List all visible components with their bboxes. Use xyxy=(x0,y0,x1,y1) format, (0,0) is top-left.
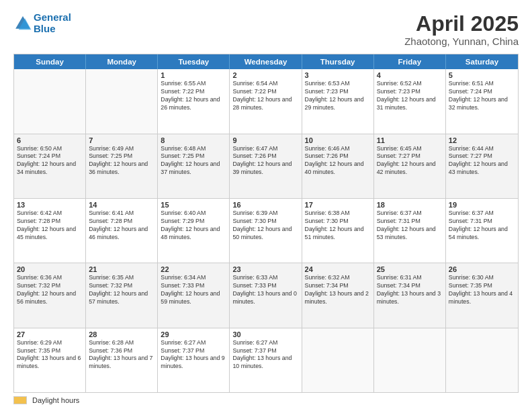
daylight-swatch xyxy=(13,396,27,404)
cell-info: Sunrise: 6:50 AM Sunset: 7:24 PM Dayligh… xyxy=(17,145,83,177)
day-number: 24 xyxy=(305,265,371,273)
calendar-cell: 23Sunrise: 6:33 AM Sunset: 7:33 PM Dayli… xyxy=(230,263,302,327)
calendar-cell: 7Sunrise: 6:49 AM Sunset: 7:25 PM Daylig… xyxy=(86,134,158,198)
calendar-cell: 2Sunrise: 6:54 AM Sunset: 7:22 PM Daylig… xyxy=(230,69,302,133)
cell-info: Sunrise: 6:39 AM Sunset: 7:30 PM Dayligh… xyxy=(232,210,298,242)
cell-info: Sunrise: 6:55 AM Sunset: 7:22 PM Dayligh… xyxy=(161,80,226,112)
calendar-cell: 29Sunrise: 6:27 AM Sunset: 7:37 PM Dayli… xyxy=(158,328,230,392)
cell-info: Sunrise: 6:27 AM Sunset: 7:37 PM Dayligh… xyxy=(161,339,226,371)
day-number: 9 xyxy=(232,136,298,144)
cell-info: Sunrise: 6:53 AM Sunset: 7:23 PM Dayligh… xyxy=(305,80,371,112)
weekday-header: Friday xyxy=(374,54,446,69)
day-number: 10 xyxy=(305,136,371,144)
title-block: April 2025 Zhaotong, Yunnan, China xyxy=(404,12,519,47)
calendar-cell: 22Sunrise: 6:34 AM Sunset: 7:33 PM Dayli… xyxy=(158,263,230,327)
cell-info: Sunrise: 6:41 AM Sunset: 7:28 PM Dayligh… xyxy=(89,210,154,242)
calendar-cell: 3Sunrise: 6:53 AM Sunset: 7:23 PM Daylig… xyxy=(302,69,374,133)
calendar-row: 20Sunrise: 6:36 AM Sunset: 7:32 PM Dayli… xyxy=(14,263,518,328)
calendar-cell: 25Sunrise: 6:31 AM Sunset: 7:34 PM Dayli… xyxy=(374,263,446,327)
calendar-cell: 28Sunrise: 6:28 AM Sunset: 7:36 PM Dayli… xyxy=(86,328,158,392)
calendar-cell xyxy=(86,69,158,133)
calendar-cell: 1Sunrise: 6:55 AM Sunset: 7:22 PM Daylig… xyxy=(158,69,230,133)
calendar-row: 27Sunrise: 6:29 AM Sunset: 7:35 PM Dayli… xyxy=(14,328,518,392)
calendar-header: SundayMondayTuesdayWednesdayThursdayFrid… xyxy=(14,54,518,69)
day-number: 13 xyxy=(17,201,83,209)
day-number: 15 xyxy=(161,201,226,209)
calendar-cell: 24Sunrise: 6:32 AM Sunset: 7:34 PM Dayli… xyxy=(302,263,374,327)
logo-icon xyxy=(13,14,32,33)
day-number: 11 xyxy=(377,136,443,144)
cell-info: Sunrise: 6:38 AM Sunset: 7:30 PM Dayligh… xyxy=(305,210,371,242)
cell-info: Sunrise: 6:40 AM Sunset: 7:29 PM Dayligh… xyxy=(161,210,226,242)
calendar-cell: 14Sunrise: 6:41 AM Sunset: 7:28 PM Dayli… xyxy=(86,199,158,263)
cell-info: Sunrise: 6:49 AM Sunset: 7:25 PM Dayligh… xyxy=(89,145,154,177)
calendar-cell: 11Sunrise: 6:45 AM Sunset: 7:27 PM Dayli… xyxy=(374,134,446,198)
day-number: 22 xyxy=(161,265,226,273)
calendar-cell: 17Sunrise: 6:38 AM Sunset: 7:30 PM Dayli… xyxy=(302,199,374,263)
day-number: 30 xyxy=(232,330,298,338)
day-number: 19 xyxy=(449,201,515,209)
cell-info: Sunrise: 6:34 AM Sunset: 7:33 PM Dayligh… xyxy=(161,274,226,306)
day-number: 17 xyxy=(305,201,371,209)
calendar-cell: 16Sunrise: 6:39 AM Sunset: 7:30 PM Dayli… xyxy=(230,199,302,263)
day-number: 7 xyxy=(89,136,154,144)
calendar-cell: 21Sunrise: 6:35 AM Sunset: 7:32 PM Dayli… xyxy=(86,263,158,327)
calendar-cell: 20Sunrise: 6:36 AM Sunset: 7:32 PM Dayli… xyxy=(14,263,86,327)
day-number: 27 xyxy=(17,330,83,338)
day-number: 20 xyxy=(17,265,83,273)
day-number: 29 xyxy=(161,330,226,338)
weekday-header: Monday xyxy=(86,54,158,69)
cell-info: Sunrise: 6:37 AM Sunset: 7:31 PM Dayligh… xyxy=(449,210,515,242)
logo-text: General Blue xyxy=(34,12,71,34)
calendar-cell: 18Sunrise: 6:37 AM Sunset: 7:31 PM Dayli… xyxy=(374,199,446,263)
page-header: General Blue April 2025 Zhaotong, Yunnan… xyxy=(13,12,519,47)
day-number: 4 xyxy=(377,71,443,79)
cell-info: Sunrise: 6:30 AM Sunset: 7:35 PM Dayligh… xyxy=(449,274,515,306)
calendar: SundayMondayTuesdayWednesdayThursdayFrid… xyxy=(13,54,519,393)
day-number: 25 xyxy=(377,265,443,273)
cell-info: Sunrise: 6:33 AM Sunset: 7:33 PM Dayligh… xyxy=(232,274,298,306)
cell-info: Sunrise: 6:48 AM Sunset: 7:25 PM Dayligh… xyxy=(161,145,226,177)
calendar-cell: 13Sunrise: 6:42 AM Sunset: 7:28 PM Dayli… xyxy=(14,199,86,263)
footer: Daylight hours xyxy=(13,393,519,404)
cell-info: Sunrise: 6:45 AM Sunset: 7:27 PM Dayligh… xyxy=(377,145,443,177)
day-number: 26 xyxy=(449,265,515,273)
cell-info: Sunrise: 6:54 AM Sunset: 7:22 PM Dayligh… xyxy=(232,80,298,112)
day-number: 2 xyxy=(232,71,298,79)
calendar-cell: 27Sunrise: 6:29 AM Sunset: 7:35 PM Dayli… xyxy=(14,328,86,392)
calendar-cell: 8Sunrise: 6:48 AM Sunset: 7:25 PM Daylig… xyxy=(158,134,230,198)
calendar-cell: 9Sunrise: 6:47 AM Sunset: 7:26 PM Daylig… xyxy=(230,134,302,198)
cell-info: Sunrise: 6:44 AM Sunset: 7:27 PM Dayligh… xyxy=(449,145,515,177)
day-number: 6 xyxy=(17,136,83,144)
day-number: 16 xyxy=(232,201,298,209)
page-subtitle: Zhaotong, Yunnan, China xyxy=(404,36,519,47)
calendar-row: 6Sunrise: 6:50 AM Sunset: 7:24 PM Daylig… xyxy=(14,134,518,199)
weekday-header: Saturday xyxy=(446,54,518,69)
cell-info: Sunrise: 6:47 AM Sunset: 7:26 PM Dayligh… xyxy=(232,145,298,177)
calendar-cell: 19Sunrise: 6:37 AM Sunset: 7:31 PM Dayli… xyxy=(446,199,518,263)
cell-info: Sunrise: 6:32 AM Sunset: 7:34 PM Dayligh… xyxy=(305,274,371,306)
cell-info: Sunrise: 6:46 AM Sunset: 7:26 PM Dayligh… xyxy=(305,145,371,177)
day-number: 8 xyxy=(161,136,226,144)
calendar-cell xyxy=(14,69,86,133)
cell-info: Sunrise: 6:37 AM Sunset: 7:31 PM Dayligh… xyxy=(377,210,443,242)
cell-info: Sunrise: 6:27 AM Sunset: 7:37 PM Dayligh… xyxy=(232,339,298,371)
day-number: 1 xyxy=(161,71,226,79)
day-number: 23 xyxy=(232,265,298,273)
cell-info: Sunrise: 6:31 AM Sunset: 7:34 PM Dayligh… xyxy=(377,274,443,306)
calendar-cell: 26Sunrise: 6:30 AM Sunset: 7:35 PM Dayli… xyxy=(446,263,518,327)
calendar-cell: 5Sunrise: 6:51 AM Sunset: 7:24 PM Daylig… xyxy=(446,69,518,133)
day-number: 3 xyxy=(305,71,371,79)
weekday-header: Wednesday xyxy=(230,54,302,69)
cell-info: Sunrise: 6:35 AM Sunset: 7:32 PM Dayligh… xyxy=(89,274,154,306)
weekday-header: Thursday xyxy=(302,54,374,69)
cell-info: Sunrise: 6:36 AM Sunset: 7:32 PM Dayligh… xyxy=(17,274,83,306)
day-number: 18 xyxy=(377,201,443,209)
page-title: April 2025 xyxy=(404,12,519,36)
day-number: 21 xyxy=(89,265,154,273)
logo: General Blue xyxy=(13,12,71,34)
calendar-cell xyxy=(374,328,446,392)
calendar-cell: 6Sunrise: 6:50 AM Sunset: 7:24 PM Daylig… xyxy=(14,134,86,198)
calendar-row: 13Sunrise: 6:42 AM Sunset: 7:28 PM Dayli… xyxy=(14,199,518,263)
calendar-cell: 12Sunrise: 6:44 AM Sunset: 7:27 PM Dayli… xyxy=(446,134,518,198)
